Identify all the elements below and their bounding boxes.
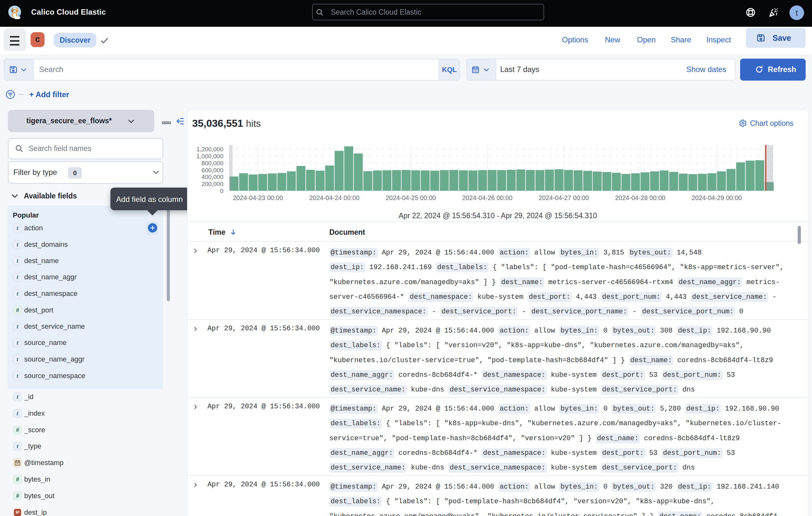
svg-text:200,000: 200,000 bbox=[201, 181, 223, 187]
svg-text:2024-04-27 00:00: 2024-04-27 00:00 bbox=[539, 194, 589, 201]
svg-text:2024-04-28 00:00: 2024-04-28 00:00 bbox=[615, 194, 665, 201]
svg-text:2024-04-23 00:00: 2024-04-23 00:00 bbox=[233, 194, 283, 201]
svg-text:600,000: 600,000 bbox=[201, 167, 223, 173]
svg-text:2024-04-25 00:00: 2024-04-25 00:00 bbox=[386, 194, 436, 201]
svg-text:2024-04-29 00:00: 2024-04-29 00:00 bbox=[692, 194, 742, 201]
svg-text:0: 0 bbox=[220, 188, 223, 194]
svg-text:400,000: 400,000 bbox=[201, 173, 223, 180]
svg-text:1,000,000: 1,000,000 bbox=[196, 153, 223, 160]
svg-text:2024-04-26 00:00: 2024-04-26 00:00 bbox=[462, 194, 513, 201]
svg-text:2024-04-24 00:00: 2024-04-24 00:00 bbox=[309, 194, 359, 201]
svg-text:800,000: 800,000 bbox=[201, 160, 223, 167]
svg-text:1,200,000: 1,200,000 bbox=[196, 146, 223, 153]
